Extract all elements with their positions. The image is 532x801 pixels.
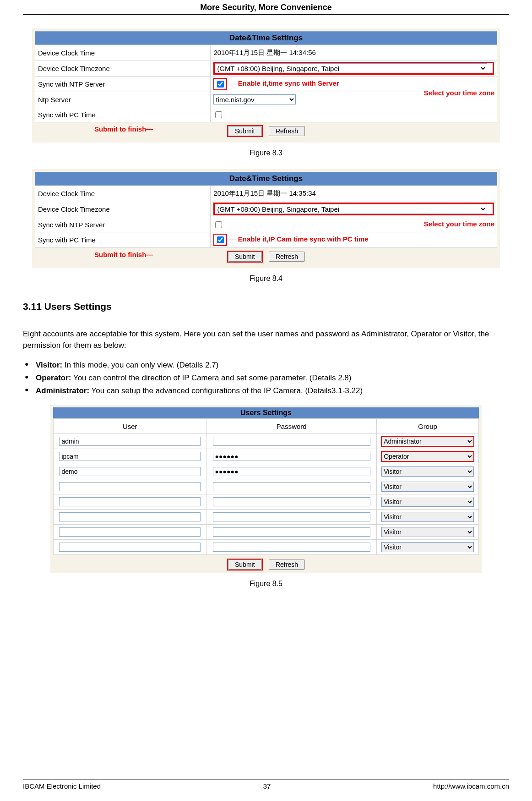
figure-caption-2: Figure 8.4 (23, 274, 509, 283)
password-input[interactable] (213, 437, 370, 446)
label-sync-ntp: Sync with NTP Server (35, 77, 211, 92)
annot-submit-finish-2: Submit to finish— (94, 251, 153, 258)
password-input[interactable] (213, 482, 370, 491)
annot-select-timezone-2: Select your time zone (424, 220, 494, 228)
annot-enable-pc: Enable it,IP Cam time sync with PC time (238, 235, 369, 243)
password-input[interactable] (213, 527, 370, 537)
timezone-select-2[interactable]: (GMT +08:00) Beijing, Singapore, Taipei (215, 204, 487, 214)
label-device-clock-tz: Device Clock Timezone (35, 60, 211, 77)
cell-device-clock-tz: (GMT +08:00) Beijing, Singapore, Taipei (211, 60, 497, 77)
submit-button[interactable]: Submit (228, 126, 262, 136)
group-select[interactable]: Operator (381, 451, 474, 461)
user-input[interactable] (59, 482, 201, 491)
sync-ntp-checkbox[interactable] (217, 81, 224, 88)
annot-dash-icon-2: — (229, 235, 236, 243)
users-table: User Password Group AdministratorOperato… (53, 418, 479, 555)
table-row: Visitor (54, 525, 479, 540)
table-row: Visitor (54, 479, 479, 494)
user-input[interactable] (59, 437, 201, 446)
page-footer: IBCAM Electronic Limited 37 http://www.i… (23, 779, 509, 790)
cell-device-clock-tz-2: (GMT +08:00) Beijing, Singapore, Taipei (211, 201, 497, 217)
value-device-clock-time: 2010年11月15日 星期一 14:34:56 (211, 45, 497, 60)
datetime-panel-1: Date&Time Settings Device Clock Time 201… (32, 28, 500, 143)
header-divider (23, 14, 509, 15)
table-row: Visitor (54, 464, 479, 479)
password-input[interactable] (213, 452, 370, 461)
group-select[interactable]: Visitor (381, 527, 474, 537)
bullet-list: Visitor: In this mode, you can only view… (23, 359, 509, 397)
value-device-clock-time-2: 2010年11月15日 星期一 14:35:34 (211, 186, 497, 201)
label-device-clock-tz-2: Device Clock Timezone (35, 201, 211, 217)
bullet-visitor: Visitor: In this mode, you can only view… (23, 359, 509, 372)
label-device-clock-time: Device Clock Time (35, 45, 211, 60)
users-submit-button[interactable]: Submit (228, 560, 262, 570)
cell-sync-ntp-2: Select your time zone (211, 217, 497, 232)
label-sync-pc-2: Sync with PC Time (35, 232, 211, 248)
users-panel-title: Users Settings (53, 407, 479, 418)
refresh-button-2[interactable]: Refresh (269, 252, 305, 262)
password-input[interactable] (213, 497, 370, 506)
cell-ntp-server: time.nist.gov Select your time zone (211, 92, 497, 107)
label-sync-pc: Sync with PC Time (35, 107, 211, 122)
group-select[interactable]: Visitor (381, 466, 474, 477)
datetime-table-1: Device Clock Time 2010年11月15日 星期一 14:34:… (35, 45, 497, 122)
group-select[interactable]: Administrator (381, 436, 474, 446)
label-ntp-server: Ntp Server (35, 92, 211, 107)
table-row: Operator (54, 449, 479, 464)
ntp-server-select[interactable]: time.nist.gov (213, 94, 296, 104)
annot-enable-ntp: Enable it,time sync with Server (238, 79, 339, 87)
annot-dash-icon: — (229, 79, 236, 87)
label-sync-ntp-2: Sync with NTP Server (35, 217, 211, 232)
group-select[interactable]: Visitor (381, 512, 474, 522)
datetime-panel-2: Date&Time Settings Device Clock Time 201… (32, 169, 500, 268)
col-user: User (54, 419, 206, 434)
password-input[interactable] (213, 512, 370, 521)
bullet-operator: Operator: You can control the direction … (23, 372, 509, 384)
group-select[interactable]: Visitor (381, 542, 474, 552)
user-input[interactable] (59, 497, 201, 506)
page-header-title: More Security, More Convenience (23, 0, 509, 14)
password-input[interactable] (213, 467, 370, 476)
annot-select-timezone: Select your time zone (424, 89, 494, 97)
users-button-row: Submit Refresh (53, 555, 479, 571)
col-group: Group (377, 419, 479, 434)
footer-url: http://www.ibcam.com.cn (433, 782, 509, 790)
sync-ntp-checkbox-2[interactable] (215, 221, 222, 228)
users-panel: Users Settings User Password Group Admin… (50, 405, 482, 573)
table-row: Visitor (54, 494, 479, 510)
figure-caption-3: Figure 8.5 (23, 580, 509, 588)
group-select[interactable]: Visitor (381, 497, 474, 507)
password-input[interactable] (213, 543, 370, 552)
users-refresh-button[interactable]: Refresh (269, 560, 305, 570)
sync-pc-checkbox[interactable] (215, 111, 222, 118)
button-row-2: Submit to finish— Submit Refresh (35, 248, 497, 263)
group-select[interactable]: Visitor (381, 482, 474, 492)
cell-sync-pc (211, 107, 497, 122)
bullet-administrator: Administrator: You can setup the advance… (23, 384, 509, 397)
user-input[interactable] (59, 527, 201, 537)
footer-left: IBCAM Electronic Limited (23, 782, 101, 790)
user-input[interactable] (59, 512, 201, 521)
section-paragraph: Eight accounts are acceptable for this s… (23, 329, 509, 351)
figure-caption-1: Figure 8.3 (23, 149, 509, 157)
table-row: Visitor (54, 540, 479, 555)
submit-button-2[interactable]: Submit (228, 252, 262, 262)
table-row: Administrator (54, 434, 479, 449)
user-input[interactable] (59, 467, 201, 476)
user-input[interactable] (59, 543, 201, 552)
label-device-clock-time-2: Device Clock Time (35, 186, 211, 201)
section-heading: 3.11 Users Settings (23, 301, 509, 312)
col-password: Password (206, 419, 377, 434)
user-input[interactable] (59, 452, 201, 461)
panel-title: Date&Time Settings (35, 31, 497, 45)
cell-sync-pc-2: — Enable it,IP Cam time sync with PC tim… (211, 232, 497, 248)
timezone-select[interactable]: (GMT +08:00) Beijing, Singapore, Taipei (215, 63, 487, 73)
sync-pc-checkbox-2[interactable] (217, 236, 224, 243)
table-row: Visitor (54, 510, 479, 525)
footer-page-number: 37 (263, 782, 271, 790)
annot-submit-finish: Submit to finish— (94, 125, 153, 133)
datetime-table-2: Device Clock Time 2010年11月15日 星期一 14:35:… (35, 186, 497, 248)
button-row-1: Submit to finish— Submit Refresh (35, 122, 497, 137)
refresh-button[interactable]: Refresh (269, 126, 305, 136)
panel-title-2: Date&Time Settings (35, 172, 497, 186)
